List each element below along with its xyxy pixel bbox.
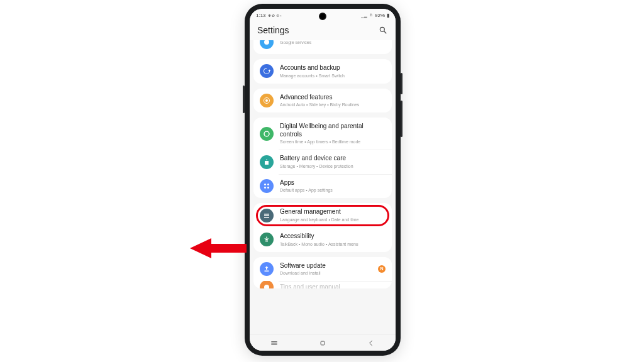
settings-row-title: Accounts and backup [280, 64, 386, 72]
settings-row-accounts[interactable]: Accounts and backup Manage accounts • Sm… [253, 59, 392, 84]
settings-row-tips[interactable]: Tips and user manual [253, 281, 392, 288]
back-icon [367, 339, 375, 348]
settings-row-title: Advanced features [280, 94, 386, 102]
settings-group-device: Digital Wellbeing and parental controls … [253, 118, 392, 198]
front-camera-punchhole [319, 13, 326, 20]
svg-point-9 [264, 187, 266, 189]
settings-row-title: General management [280, 208, 386, 216]
settings-group-system: General management Language and keyboard… [253, 203, 392, 251]
settings-row-sub: Default apps • App settings [280, 187, 386, 193]
status-battery-pct: 92% [375, 13, 385, 18]
nav-home-button[interactable] [310, 339, 335, 348]
svg-rect-12 [264, 215, 269, 216]
settings-row-title: Apps [280, 179, 386, 187]
svg-point-6 [264, 131, 269, 136]
status-signal-icon: ▁▂ [361, 13, 367, 18]
search-icon [379, 26, 387, 35]
settings-row-sub: TalkBack • Mono audio • Assistant menu [280, 241, 386, 247]
sync-icon [260, 64, 274, 78]
svg-point-1 [380, 27, 384, 31]
settings-row-title: Tips and user manual [280, 283, 386, 288]
home-icon [318, 339, 327, 348]
svg-point-14 [266, 237, 267, 238]
settings-group-accounts: Accounts and backup Manage accounts • Sm… [253, 59, 392, 84]
svg-point-10 [267, 187, 269, 189]
settings-group-advanced: Advanced features Android Auto • Side ke… [253, 89, 392, 113]
settings-row-general-management[interactable]: General management Language and keyboard… [253, 203, 392, 228]
nav-back-button[interactable] [358, 339, 384, 348]
settings-header: Settings [250, 21, 396, 40]
settings-row-sub: Download and install [280, 270, 372, 276]
settings-row-title: Battery and device care [280, 155, 386, 163]
settings-row-sub: Storage • Memory • Device protection [280, 163, 386, 169]
settings-row-battery[interactable]: Battery and device care Storage • Memory… [253, 150, 392, 174]
general-management-icon [260, 209, 274, 222]
status-battery-icon: ▮ [387, 13, 389, 18]
settings-row-sub: Android Auto • Side key • Bixby Routines [280, 102, 386, 107]
accessibility-icon [260, 233, 274, 246]
svg-point-4 [265, 99, 268, 102]
settings-group-about: Software update Download and install N T… [253, 257, 392, 289]
phone-screen: 1:13 ✱ ✿ ⚙ • ▁▂ ⋔ 92% ▮ Settings [250, 9, 396, 351]
settings-list[interactable]: Google services Accounts and backup Mana… [250, 40, 396, 334]
search-button[interactable] [378, 25, 388, 35]
settings-row-apps[interactable]: Apps Default apps • App settings [253, 174, 392, 199]
advanced-icon [260, 94, 274, 107]
google-icon [260, 40, 274, 49]
software-update-icon [260, 262, 274, 276]
page-title: Settings [257, 25, 289, 35]
svg-marker-0 [190, 238, 247, 258]
svg-line-2 [384, 31, 387, 34]
settings-row-sub: Language and keyboard • Date and time [280, 217, 386, 222]
svg-point-8 [267, 184, 269, 185]
tips-icon [260, 281, 274, 288]
update-badge: N [378, 265, 386, 273]
svg-rect-11 [264, 214, 269, 215]
apps-icon [260, 179, 274, 193]
navigation-bar [250, 334, 396, 351]
settings-row-title: Software update [280, 262, 372, 270]
status-wifi-icon: ⋔ [369, 13, 373, 18]
settings-row-software-update[interactable]: Software update Download and install N [253, 257, 392, 282]
svg-rect-20 [321, 341, 325, 345]
svg-point-7 [264, 184, 266, 185]
status-notification-icons: ✱ ✿ ⚙ • [268, 13, 282, 18]
wellbeing-icon [260, 127, 274, 141]
settings-row-title: Digital Wellbeing and parental controls [280, 123, 386, 138]
settings-row-sub: Manage accounts • Smart Switch [280, 73, 386, 79]
annotation-arrow [190, 236, 247, 260]
svg-point-16 [264, 285, 269, 288]
settings-row-sub: Google services [280, 40, 386, 45]
settings-row-wellbeing[interactable]: Digital Wellbeing and parental controls … [253, 118, 392, 150]
svg-rect-15 [265, 270, 269, 272]
settings-row-sub: Screen time • App timers • Bedtime mode [280, 139, 386, 145]
svg-point-3 [264, 40, 269, 45]
settings-row-advanced[interactable]: Advanced features Android Auto • Side ke… [253, 89, 392, 113]
recents-icon [270, 339, 279, 348]
nav-recents-button[interactable] [262, 339, 287, 348]
status-time: 1:13 [256, 13, 266, 18]
settings-row-accessibility[interactable]: Accessibility TalkBack • Mono audio • As… [253, 228, 392, 252]
svg-rect-13 [264, 217, 269, 218]
settings-row-title: Accessibility [280, 233, 386, 241]
settings-group-google: Google services [253, 40, 392, 54]
device-care-icon [260, 155, 274, 169]
settings-row-google[interactable]: Google services [253, 40, 392, 54]
phone-frame: 1:13 ✱ ✿ ⚙ • ▁▂ ⋔ 92% ▮ Settings [245, 4, 401, 356]
